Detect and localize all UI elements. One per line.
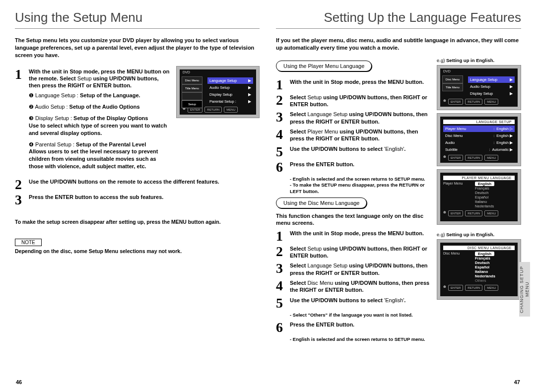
page-left: Using the Setup Menu The Setup menu lets… xyxy=(7,4,268,388)
left-text-col: 1 With the unit in Stop mode, press the … xyxy=(15,65,170,175)
eg-caption: e.g) Setting up in English. xyxy=(437,58,521,63)
left-columns: 1 With the unit in Stop mode, press the … xyxy=(15,65,260,175)
osd-tab xyxy=(182,92,202,100)
page-right: Setting Up the Language Features If you … xyxy=(268,4,529,388)
heading-bar-left: Using the Setup Menu xyxy=(15,9,260,29)
step-1: 1 With the unit in Stop mode, press the … xyxy=(15,68,170,89)
intro-left: The Setup menu lets you customize your D… xyxy=(15,37,260,59)
section-pill-disc: Using the Disc Menu Language xyxy=(276,197,367,208)
right-columns: Using the Player Menu Language 1 With th… xyxy=(276,58,521,343)
page-title-right: Setting Up the Language Features xyxy=(324,10,521,25)
osd-language-setup-list: LANGUAGE SETUP Player Menu:English ▷ Dis… xyxy=(437,113,521,166)
side-tab: CHANGING SETUP MENU xyxy=(519,262,530,317)
step-body: With the unit in Stop mode, press the ME… xyxy=(29,68,170,89)
osd-setup: DVD Disc Menu Title Menu Setup Language … xyxy=(176,66,260,175)
disc-intro: This function changes the text language … xyxy=(276,212,432,227)
foot-note: To make the setup screen disappear after… xyxy=(15,219,260,226)
page-number: 46 xyxy=(16,379,22,385)
osd-tab: Title Menu xyxy=(182,84,202,92)
step-2: 2 Use the UP/DOWN buttons on the remote … xyxy=(15,178,260,191)
heading-bar-right: Setting Up the Language Features xyxy=(276,9,521,29)
note-text: Depending on the disc, some Setup Menu s… xyxy=(15,248,260,254)
osd-inner: DVD Disc Menu Title Menu Setup Language … xyxy=(180,69,256,115)
right-main: Using the Player Menu Language 1 With th… xyxy=(276,58,432,343)
note-label: NOTE xyxy=(15,239,42,246)
page-title-left: Using the Setup Menu xyxy=(15,10,142,25)
intro-right: If you set the player menu, disc menu, a… xyxy=(276,37,521,52)
spread: Using the Setup Menu The Setup menu lets… xyxy=(0,0,536,392)
step-3: 3 Press the ENTER button to access the s… xyxy=(15,194,260,206)
osd-tab: Setup xyxy=(182,100,202,108)
sub-note: - English is selected and the screen ret… xyxy=(290,176,432,195)
sub-bullets: ❶ Language Setup : Setup of the Language… xyxy=(29,92,170,170)
osd-disc-menu-language: DISC MENU LANGUAGE Disc Menu English Fra… xyxy=(437,239,521,300)
osd-lang-setup: DVD Disc Menu Title Menu Language Setup▶… xyxy=(437,65,521,110)
osd-frame: DVD Disc Menu Title Menu Setup Language … xyxy=(176,66,260,118)
step-num: 1 xyxy=(15,68,27,80)
osd-tab: Disc Menu xyxy=(182,76,202,84)
page-number: 47 xyxy=(514,379,520,385)
section-pill-player: Using the Player Menu Language xyxy=(276,61,372,71)
osd-player-menu-language: PLAYER MENU LANGUAGE Player Menu English… xyxy=(437,169,521,225)
eg-caption-2: e.g) Setting up in English. xyxy=(437,232,521,237)
right-side: e.g) Setting up in English. DVD Disc Men… xyxy=(437,58,521,343)
